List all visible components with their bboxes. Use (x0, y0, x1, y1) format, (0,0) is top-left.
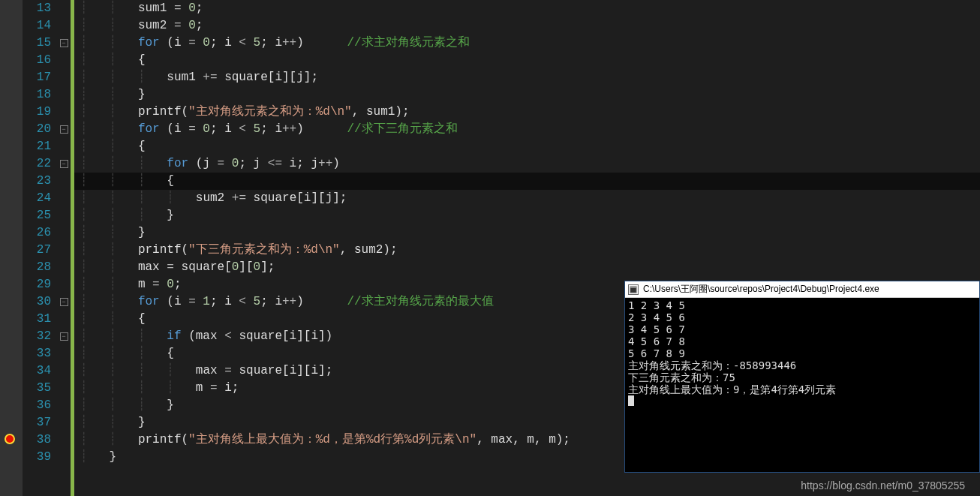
fold-row[interactable] (57, 397, 71, 414)
fold-row[interactable]: − (57, 155, 71, 173)
fold-row[interactable] (57, 242, 71, 259)
marker-row[interactable] (0, 104, 23, 121)
fold-row[interactable] (57, 86, 71, 104)
fold-row[interactable] (57, 173, 71, 190)
marker-row[interactable] (0, 207, 23, 224)
code-line[interactable]: ┊ ┊ sum2 = 0; (74, 17, 980, 35)
fold-collapse-icon[interactable]: − (60, 332, 68, 341)
fold-row[interactable] (57, 449, 71, 466)
marker-row[interactable] (0, 224, 23, 242)
code-line[interactable]: ┊ ┊ } (74, 86, 980, 104)
marker-row[interactable] (0, 173, 23, 190)
line-number: 33 (23, 345, 51, 362)
code-line[interactable]: ┊ ┊ { (74, 138, 980, 155)
line-number: 30 (23, 293, 51, 311)
fold-collapse-icon[interactable]: − (60, 39, 68, 47)
fold-collapse-icon[interactable]: − (60, 125, 68, 134)
fold-row[interactable] (57, 362, 71, 380)
fold-row[interactable] (57, 138, 71, 155)
fold-row[interactable] (57, 17, 71, 35)
marker-row[interactable] (0, 0, 23, 17)
code-line[interactable]: ┊ ┊ max = square[0][0]; (74, 259, 980, 276)
marker-row[interactable] (0, 449, 23, 466)
fold-row[interactable] (57, 276, 71, 293)
fold-row[interactable] (57, 104, 71, 121)
line-number: 25 (23, 207, 51, 224)
marker-row[interactable] (0, 362, 23, 380)
line-number: 19 (23, 104, 51, 121)
fold-collapse-icon[interactable]: − (60, 298, 68, 306)
fold-row[interactable] (57, 414, 71, 431)
fold-collapse-icon[interactable]: − (60, 160, 68, 168)
line-number: 39 (23, 449, 51, 466)
fold-row[interactable] (57, 259, 71, 276)
code-line[interactable]: ┊ ┊ ┊ } (74, 207, 980, 224)
line-number: 23 (23, 173, 51, 190)
fold-row[interactable] (57, 69, 71, 86)
watermark-text: https://blog.csdn.net/m0_37805255 (801, 479, 965, 491)
marker-row[interactable] (0, 380, 23, 397)
code-line[interactable]: ┊ ┊ } (74, 224, 980, 242)
fold-row[interactable]: − (57, 35, 71, 52)
marker-row[interactable] (0, 121, 23, 138)
code-line[interactable]: ┊ ┊ for (i = 0; i < 5; i++) //求下三角元素之和 (74, 121, 980, 138)
marker-row[interactable] (0, 35, 23, 52)
line-number: 21 (23, 138, 51, 155)
line-number: 31 (23, 311, 51, 328)
fold-row[interactable] (57, 345, 71, 362)
fold-row[interactable]: − (57, 121, 71, 138)
fold-row[interactable]: − (57, 328, 71, 345)
line-number: 27 (23, 242, 51, 259)
marker-row[interactable] (0, 431, 23, 449)
code-line[interactable]: ┊ ┊ ┊ ┊ sum2 += square[i][j]; (74, 190, 980, 207)
code-line[interactable]: ┊ ┊ { (74, 52, 980, 69)
marker-row[interactable] (0, 69, 23, 86)
marker-row[interactable] (0, 293, 23, 311)
line-number: 28 (23, 259, 51, 276)
console-titlebar[interactable]: C:\Users\王阿圈\source\repos\Project4\Debug… (625, 281, 979, 298)
console-app-icon (628, 284, 639, 295)
line-number: 17 (23, 69, 51, 86)
marker-row[interactable] (0, 259, 23, 276)
marker-row[interactable] (0, 138, 23, 155)
marker-row[interactable] (0, 17, 23, 35)
line-number-gutter: 1314151617181920212223242526272829303132… (23, 0, 57, 496)
line-number: 35 (23, 380, 51, 397)
marker-row[interactable] (0, 328, 23, 345)
fold-row[interactable] (57, 0, 71, 17)
marker-row[interactable] (0, 155, 23, 173)
code-line[interactable]: ┊ ┊ for (i = 0; i < 5; i++) //求主对角线元素之和 (74, 35, 980, 52)
marker-row[interactable] (0, 190, 23, 207)
code-line[interactable]: ┊ ┊ ┊ for (j = 0; j <= i; j++) (74, 155, 980, 173)
marker-row[interactable] (0, 345, 23, 362)
fold-row[interactable] (57, 190, 71, 207)
code-line[interactable]: ┊ ┊ printf("下三角元素之和为：%d\n", sum2); (74, 242, 980, 259)
fold-row[interactable]: − (57, 293, 71, 311)
marker-row[interactable] (0, 52, 23, 69)
code-line[interactable]: ┊ ┊ ┊ { (74, 173, 980, 190)
fold-gutter: −−−−− (57, 0, 71, 496)
fold-row[interactable] (57, 380, 71, 397)
marker-row[interactable] (0, 311, 23, 328)
fold-row[interactable] (57, 207, 71, 224)
fold-row[interactable] (57, 224, 71, 242)
line-number: 20 (23, 121, 51, 138)
code-line[interactable]: ┊ ┊ ┊ sum1 += square[i][j]; (74, 69, 980, 86)
marker-row[interactable] (0, 86, 23, 104)
code-line[interactable]: ┊ ┊ sum1 = 0; (74, 0, 980, 17)
line-number: 24 (23, 190, 51, 207)
marker-row[interactable] (0, 397, 23, 414)
marker-row[interactable] (0, 242, 23, 259)
line-number: 22 (23, 155, 51, 173)
marker-row[interactable] (0, 414, 23, 431)
code-line[interactable]: ┊ ┊ printf("主对角线元素之和为：%d\n", sum1); (74, 104, 980, 121)
breakpoint-icon[interactable] (5, 434, 15, 444)
console-window[interactable]: C:\Users\王阿圈\source\repos\Project4\Debug… (624, 281, 980, 473)
line-number: 18 (23, 86, 51, 104)
console-output[interactable]: 1 2 3 4 5 2 3 4 5 6 3 4 5 6 7 4 5 6 7 8 … (625, 298, 979, 472)
fold-row[interactable] (57, 52, 71, 69)
marker-row[interactable] (0, 276, 23, 293)
fold-row[interactable] (57, 311, 71, 328)
fold-row[interactable] (57, 431, 71, 449)
line-number: 14 (23, 17, 51, 35)
